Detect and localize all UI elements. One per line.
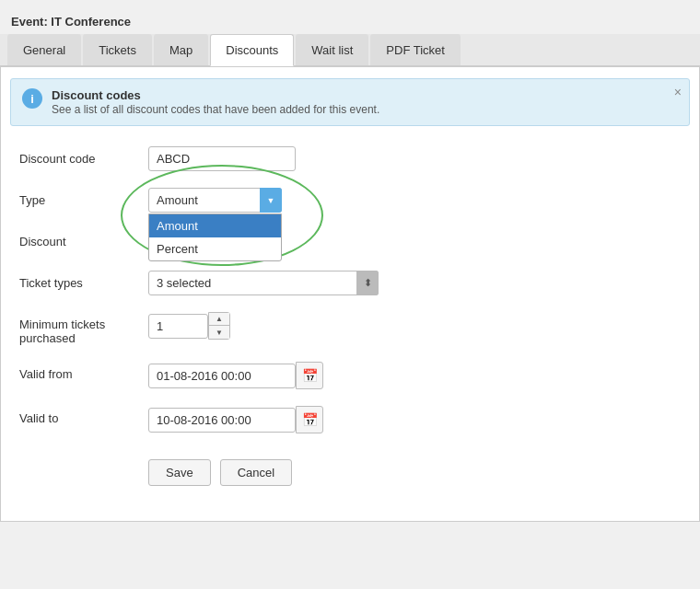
event-name: IT Conference (51, 15, 131, 29)
min-tickets-spinner-buttons: ▲ ▼ (208, 312, 230, 340)
tab-map[interactable]: Map (154, 34, 208, 65)
banner-title: Discount codes (52, 88, 379, 102)
valid-to-label: Valid to (19, 406, 148, 425)
button-row: Save Cancel (19, 450, 681, 486)
info-icon: i (22, 88, 42, 109)
valid-from-wrapper: 📅 (148, 362, 681, 389)
discount-label: Discount (19, 229, 148, 248)
type-field: Amount Percent Amount Percent (148, 188, 681, 213)
tab-general[interactable]: General (7, 34, 81, 65)
ticket-types-row: Ticket types 3 selected (19, 271, 681, 295)
valid-from-input[interactable] (148, 364, 296, 388)
tabs-bar: General Tickets Map Discounts Wait list … (0, 34, 700, 66)
valid-to-input[interactable] (148, 408, 296, 433)
min-tickets-input[interactable] (148, 314, 208, 339)
min-tickets-field: ▲ ▼ (148, 312, 681, 340)
type-select[interactable]: Amount Percent (148, 188, 282, 213)
valid-to-calendar-button[interactable]: 📅 (296, 406, 323, 433)
banner-text: Discount codes See a list of all discoun… (52, 88, 379, 116)
min-tickets-row: Minimum tickets purchased ▲ ▼ (19, 312, 681, 345)
valid-from-field: 📅 (148, 362, 681, 389)
type-select-wrapper: Amount Percent (148, 188, 282, 213)
tab-tickets[interactable]: Tickets (83, 34, 152, 65)
page-container: Event: IT Conference General Tickets Map… (0, 0, 700, 589)
dropdown-option-percent[interactable]: Percent (149, 237, 281, 260)
discount-code-field (148, 146, 681, 171)
event-label: Event: (11, 15, 48, 29)
ticket-types-select[interactable]: 3 selected (148, 271, 379, 295)
discount-code-input[interactable] (148, 146, 296, 171)
save-button[interactable]: Save (148, 459, 211, 486)
ticket-types-label: Ticket types (19, 271, 148, 290)
type-select-container: Amount Percent Amount Percent (148, 188, 282, 213)
event-title: Event: IT Conference (0, 9, 700, 34)
cancel-button[interactable]: Cancel (220, 459, 292, 486)
tab-discounts[interactable]: Discounts (210, 34, 294, 66)
dropdown-option-amount[interactable]: Amount (149, 214, 281, 237)
type-label: Type (19, 188, 148, 207)
tab-waitlist[interactable]: Wait list (296, 34, 368, 65)
info-banner: i Discount codes See a list of all disco… (10, 78, 690, 126)
ticket-types-field: 3 selected (148, 271, 681, 295)
banner-description: See a list of all discount codes that ha… (52, 103, 379, 116)
min-tickets-spinner: ▲ ▼ (148, 312, 681, 340)
tab-pdf-ticket[interactable]: PDF Ticket (370, 34, 461, 65)
type-row: Type Amount Percent (19, 188, 681, 213)
discount-code-row: Discount code (19, 146, 681, 171)
button-spacer (19, 450, 148, 456)
calendar-icon: 📅 (302, 368, 318, 383)
valid-from-row: Valid from 📅 (19, 362, 681, 389)
action-buttons: Save Cancel (148, 450, 681, 486)
min-tickets-increment-button[interactable]: ▲ (209, 313, 229, 326)
type-dropdown: Amount Percent (148, 214, 282, 261)
discount-row: Discount € (19, 229, 681, 254)
valid-from-label: Valid from (19, 362, 148, 381)
banner-close-button[interactable]: × (674, 85, 682, 99)
valid-from-calendar-button[interactable]: 📅 (296, 362, 323, 389)
valid-to-field: 📅 (148, 406, 681, 433)
content-area: i Discount codes See a list of all disco… (0, 66, 700, 522)
valid-to-wrapper: 📅 (148, 406, 681, 433)
min-tickets-label: Minimum tickets purchased (19, 312, 148, 345)
button-field: Save Cancel (148, 450, 681, 486)
min-tickets-decrement-button[interactable]: ▼ (209, 326, 229, 339)
ticket-types-wrapper: 3 selected (148, 271, 379, 295)
form-area: Discount code Type Amount (1, 137, 699, 521)
valid-to-row: Valid to 📅 (19, 406, 681, 433)
calendar-icon-2: 📅 (302, 412, 318, 427)
discount-code-label: Discount code (19, 146, 148, 166)
